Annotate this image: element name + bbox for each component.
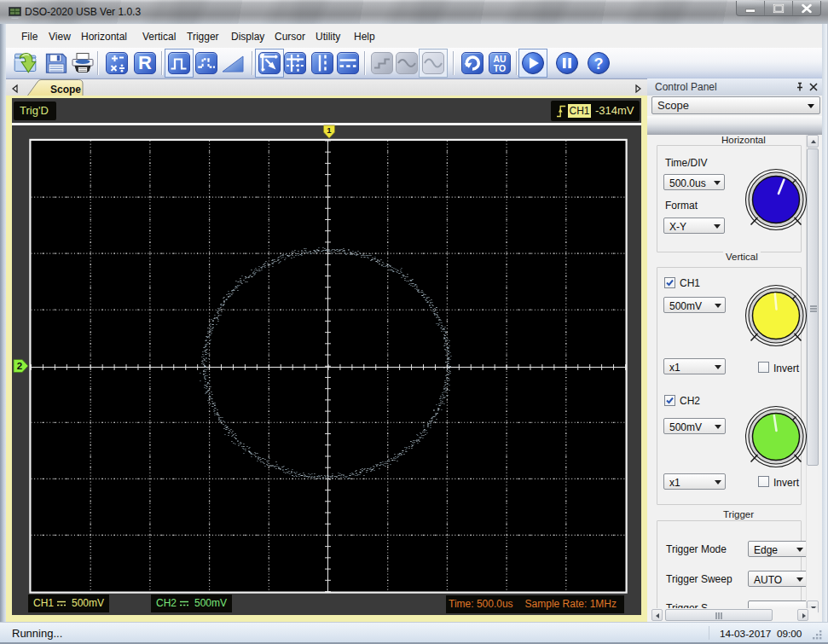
svg-text:1: 1 [327, 125, 332, 135]
svg-text:2: 2 [17, 361, 22, 371]
svg-text:?: ? [594, 55, 604, 73]
